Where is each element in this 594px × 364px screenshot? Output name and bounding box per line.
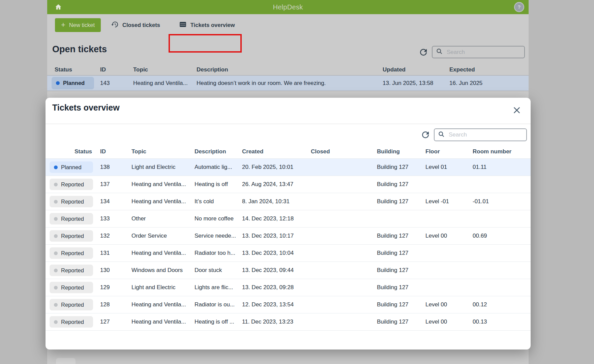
search-input[interactable] <box>448 131 523 139</box>
id-cell: 134 <box>100 198 131 205</box>
status-badge: Reported <box>50 179 93 190</box>
id-cell: 143 <box>100 80 133 87</box>
status-dot-icon <box>54 234 58 238</box>
table-row[interactable]: Reported129Light and ElectricLights are … <box>46 279 531 296</box>
created-cell: 13. Dec 2023, 10:17 <box>242 233 311 239</box>
table-row[interactable]: Reported127Heating and Ventila...Heating… <box>46 313 531 331</box>
help-button[interactable]: ? <box>514 2 524 12</box>
description-cell: Service neede... <box>195 233 242 239</box>
table-row[interactable]: Reported130Windows and DoorsDoor stuck13… <box>46 262 531 279</box>
topic-cell: Windows and Doors <box>131 267 195 274</box>
table-row[interactable]: Planned138Light and ElectricAutomatic li… <box>46 159 531 176</box>
topic-cell: Light and Electric <box>131 284 195 291</box>
floor-cell: Level 01 <box>425 164 473 171</box>
description-cell: Radiator is ou... <box>195 301 242 308</box>
status-dot-icon <box>54 286 58 290</box>
status-cell: Reported <box>46 299 100 310</box>
home-icon[interactable] <box>55 3 62 11</box>
column-header: Room number <box>473 148 531 155</box>
dialog-title: Tickets overview <box>52 103 120 113</box>
status-label: Reported <box>61 302 84 308</box>
table-row[interactable]: Reported137Heating and Ventila...Heating… <box>46 176 531 193</box>
created-cell: 14. Dec 2023, 12:18 <box>242 215 311 222</box>
refresh-icon[interactable] <box>420 130 430 140</box>
status-badge: Reported <box>50 247 93 259</box>
column-header: Description <box>195 148 242 155</box>
close-icon[interactable] <box>511 105 522 116</box>
toolbar: + New ticket Closed tickets Tickets over… <box>47 18 529 32</box>
page-title: Open tickets <box>52 44 107 55</box>
created-cell: 12. Dec 2023, 13:54 <box>242 301 311 308</box>
description-cell: Heating is off <box>195 181 242 188</box>
tickets-overview-label: Tickets overview <box>190 22 235 28</box>
status-label: Reported <box>61 267 84 274</box>
building-cell: Building 127 <box>377 181 425 188</box>
status-cell: Planned <box>46 161 100 173</box>
table-row[interactable]: Reported131Heating and Ventila...Radiato… <box>46 245 531 262</box>
topic-cell: Order Service <box>131 233 195 239</box>
column-header: ID <box>100 148 131 155</box>
description-cell: Heating doesn’t work in our room. We are… <box>197 80 383 87</box>
column-header: Status <box>46 148 100 155</box>
history-icon <box>111 21 119 30</box>
search-icon <box>438 131 445 139</box>
status-dot-icon <box>54 217 58 221</box>
floor-cell: Level 00 <box>425 233 473 239</box>
search-input[interactable] <box>446 49 521 56</box>
id-cell: 128 <box>100 301 131 308</box>
description-cell: Heating is off ... <box>195 318 242 325</box>
room-cell: 01.11 <box>473 164 531 171</box>
table-row[interactable]: Reported134Heating and Ventila...It’s co… <box>46 193 531 210</box>
table-row[interactable]: Reported133OtherNo more coffee14. Dec 20… <box>46 210 531 228</box>
building-cell: Building 127 <box>377 250 425 256</box>
new-ticket-button[interactable]: + New ticket <box>55 18 101 32</box>
search-field[interactable] <box>434 128 527 141</box>
search-field[interactable] <box>432 46 525 58</box>
status-cell: Reported <box>46 265 100 276</box>
table-header-row: StatusIDTopicDescriptionCreatedClosedBui… <box>46 145 531 159</box>
status-cell: Reported <box>46 316 100 328</box>
building-cell: Building 127 <box>377 198 425 205</box>
created-cell: 26. Aug 2024, 13:47 <box>242 181 311 188</box>
refresh-icon[interactable] <box>418 47 428 57</box>
status-badge: Reported <box>50 230 93 242</box>
id-cell: 129 <box>100 284 131 291</box>
description-cell: Radiator too h... <box>195 250 242 256</box>
description-cell: Door stuck <box>195 267 242 274</box>
column-header: Status <box>47 66 100 73</box>
status-badge: Planned <box>52 77 94 89</box>
created-cell: 11. Dec 2023, 13:23 <box>242 318 311 325</box>
id-cell: 138 <box>100 164 131 171</box>
status-label: Reported <box>61 250 84 256</box>
floor-cell: Level 00 <box>425 318 473 325</box>
status-label: Planned <box>61 164 82 171</box>
table-row[interactable]: Planned143Heating and Ventila...Heating … <box>47 75 529 91</box>
status-badge: Reported <box>50 282 93 293</box>
floor-cell: Level 00 <box>425 301 473 308</box>
column-header: Description <box>197 66 383 73</box>
status-badge: Reported <box>50 213 93 224</box>
room-cell: 00.12 <box>473 301 531 308</box>
id-cell: 127 <box>100 318 131 325</box>
description-cell: Automatic lig... <box>195 164 242 171</box>
building-cell: Building 127 <box>377 284 425 291</box>
building-cell: Building 127 <box>377 301 425 308</box>
tickets-overview-button[interactable]: Tickets overview <box>177 18 237 32</box>
topic-cell: Heating and Ventila... <box>131 301 195 308</box>
table-row[interactable]: Reported132Order ServiceService neede...… <box>46 228 531 245</box>
room-cell: 00.69 <box>473 233 531 239</box>
table-row[interactable]: Reported128Heating and Ventila...Radiato… <box>46 296 531 313</box>
status-label: Reported <box>61 319 84 325</box>
column-header: Closed <box>311 148 377 155</box>
topic-cell: Light and Electric <box>131 164 195 171</box>
closed-tickets-button[interactable]: Closed tickets <box>109 18 162 32</box>
new-ticket-label: New ticket <box>69 22 95 28</box>
status-dot-icon <box>54 200 58 204</box>
created-cell: 13. Dec 2023, 09:28 <box>242 284 311 291</box>
room-cell: 00.13 <box>473 318 531 325</box>
created-cell: 8. Jan 2024, 10:31 <box>242 198 311 205</box>
status-dot-icon <box>54 269 58 272</box>
annotation-highlight-box <box>169 34 242 53</box>
status-label: Reported <box>61 181 84 188</box>
status-cell: Reported <box>46 230 100 242</box>
